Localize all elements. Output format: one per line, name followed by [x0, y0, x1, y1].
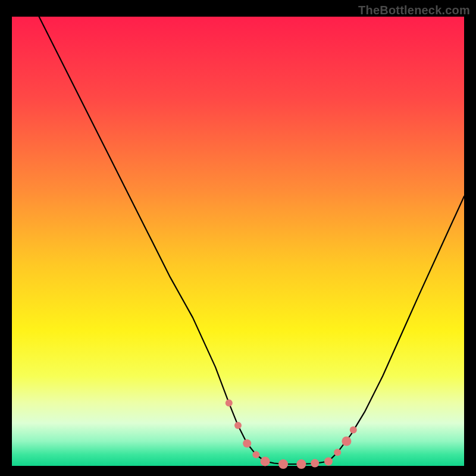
highlight-dot — [278, 459, 288, 469]
highlight-dot — [261, 456, 270, 466]
gradient-background — [12, 17, 464, 466]
highlight-dot — [226, 399, 233, 406]
chart-frame: TheBottleneck.com — [0, 0, 476, 476]
highlight-dot — [296, 459, 306, 469]
highlight-dot — [342, 436, 351, 446]
highlight-dot — [234, 422, 242, 429]
highlight-dot — [243, 439, 251, 447]
bottleneck-chart — [0, 0, 476, 476]
highlight-dot — [252, 451, 259, 458]
highlight-dot — [334, 449, 341, 456]
highlight-dot — [324, 457, 333, 465]
highlight-dot — [350, 427, 357, 434]
highlight-dot — [311, 459, 319, 467]
